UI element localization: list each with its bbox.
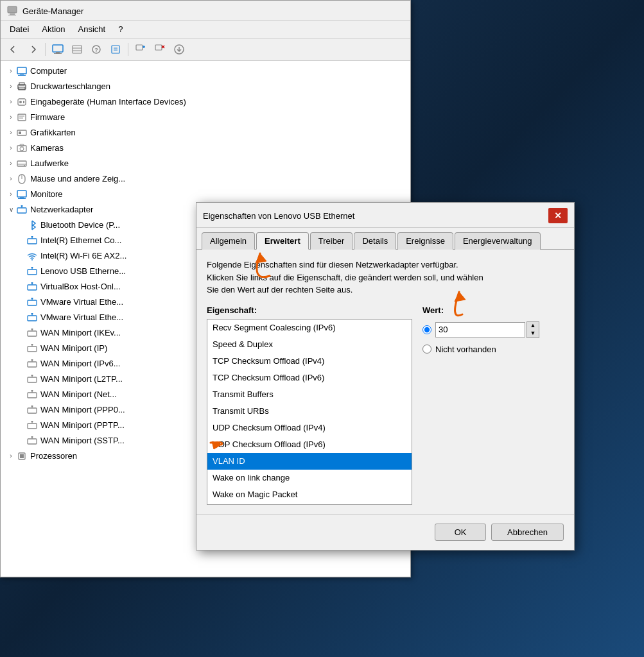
tab-details[interactable]: Details: [354, 232, 396, 250]
menu-datei[interactable]: Datei: [4, 22, 34, 36]
tree-item-printer[interactable]: › Druckwarteschlangen: [1, 79, 410, 94]
menu-bar: Datei Aktion Ansicht ?: [1, 21, 410, 38]
svg-rect-42: [20, 197, 24, 198]
spin-up-button[interactable]: ▲: [527, 322, 539, 330]
svg-rect-0: [8, 6, 17, 13]
tree-item-computer[interactable]: › Computer: [1, 64, 410, 79]
tab-allgemein[interactable]: Allgemein: [202, 232, 255, 250]
tab-treiber[interactable]: Treiber: [310, 232, 353, 250]
download-button[interactable]: [170, 41, 188, 58]
svg-point-59: [31, 298, 33, 300]
tab-energie[interactable]: Energieverwaltung: [455, 232, 541, 250]
properties-dialog: Eigenschaften von Lenovo USB Ethernet ✕ …: [196, 202, 575, 550]
tree-item-firmware[interactable]: › Firmware: [1, 110, 410, 125]
svg-point-68: [31, 344, 33, 346]
tree-label-printer: Druckwarteschlangen: [30, 80, 110, 93]
tree-item-camera[interactable]: › Kameras: [1, 141, 410, 156]
svg-rect-11: [112, 46, 119, 53]
monitor-icon: [16, 65, 28, 77]
svg-rect-44: [17, 208, 26, 213]
tree-item-gpu[interactable]: › Grafikkarten: [1, 125, 410, 141]
window-title: Geräte-Manager: [22, 6, 83, 16]
prop-tcp-ipv6[interactable]: TCP Checksum Offload (IPv6): [207, 370, 412, 386]
expand-icon[interactable]: ›: [6, 126, 16, 139]
prop-udp-ipv4[interactable]: UDP Checksum Offload (IPv4): [207, 420, 412, 436]
expand-icon[interactable]: ›: [6, 96, 16, 108]
prop-udp-ipv6[interactable]: UDP Checksum Offload (IPv6): [207, 436, 412, 453]
expand-icon[interactable]: ›: [6, 157, 16, 170]
menu-help[interactable]: ?: [113, 22, 128, 36]
forward-button[interactable]: [24, 41, 42, 58]
svg-point-34: [20, 147, 24, 151]
radio-value[interactable]: [422, 325, 431, 334]
svg-point-86: [31, 436, 33, 438]
svg-rect-84: [28, 439, 37, 444]
help-button[interactable]: ?: [87, 41, 105, 58]
expand-icon[interactable]: ›: [6, 450, 16, 463]
svg-point-62: [31, 313, 33, 315]
tree-label-monitor: Monitore: [30, 188, 63, 201]
prop-transmit-buffers[interactable]: Transmit Buffers: [207, 386, 412, 403]
tab-erweitert[interactable]: Erweitert: [256, 232, 309, 250]
tree-item-hid[interactable]: › Eingabegeräte (Human Interface Devices…: [1, 94, 410, 110]
svg-rect-54: [28, 285, 37, 290]
tab-ereignisse[interactable]: Ereignisse: [397, 232, 453, 250]
ok-button[interactable]: OK: [435, 524, 486, 541]
expand-icon[interactable]: ›: [6, 65, 16, 78]
prop-speed-duplex[interactable]: Speed & Duplex: [207, 336, 412, 353]
tree-item-drive[interactable]: › Laufwerke: [1, 156, 410, 171]
wan-ip-icon: [26, 343, 38, 354]
tree-label-firmware: Firmware: [30, 111, 65, 124]
property-section: Eigenschaft: Recv Segment Coalescing (IP…: [207, 305, 412, 505]
tree-label-wan-pppo: WAN Miniport (PPP0...: [40, 404, 125, 416]
property-list[interactable]: Recv Segment Coalescing (IPv6) Speed & D…: [207, 319, 412, 505]
svg-rect-51: [28, 269, 37, 275]
back-button[interactable]: [4, 41, 22, 58]
tree-label-mouse: Mäuse und andere Zeig...: [30, 173, 125, 185]
prop-transmit-urbs[interactable]: Transmit URBs: [207, 403, 412, 420]
cpu-icon: [16, 450, 28, 462]
value-input[interactable]: 30: [435, 322, 525, 337]
spin-down-button[interactable]: ▼: [527, 330, 539, 337]
expand-icon[interactable]: ›: [6, 80, 16, 93]
expand-icon[interactable]: ›: [6, 188, 16, 201]
menu-ansicht[interactable]: Ansicht: [73, 22, 111, 36]
mouse-icon: [16, 173, 28, 185]
computer-button[interactable]: [49, 41, 67, 58]
expand-icon[interactable]: ›: [6, 142, 16, 155]
prop-recv-coalescing[interactable]: Recv Segment Coalescing (IPv6): [207, 320, 412, 336]
svg-rect-57: [28, 300, 37, 305]
prop-tcp-ipv4[interactable]: TCP Checksum Offload (IPv4): [207, 353, 412, 370]
radio-notavailable[interactable]: [422, 345, 431, 354]
tree-item-mouse[interactable]: › Mäuse und andere Zeig...: [1, 171, 410, 187]
svg-point-26: [19, 101, 22, 103]
value-label: Wert:: [422, 305, 564, 315]
list-button[interactable]: [68, 41, 86, 58]
disable-button[interactable]: [151, 41, 169, 58]
prop-wake-pattern[interactable]: Wake on pattern match: [207, 503, 412, 505]
svg-point-74: [31, 375, 33, 377]
prop-wake-magic[interactable]: Wake on Magic Packet: [207, 486, 412, 503]
tree-label-wan-ipv6: WAN Miniport (IPv6...: [40, 357, 120, 370]
cancel-button[interactable]: Abbrechen: [491, 524, 564, 541]
menu-aktion[interactable]: Aktion: [37, 22, 70, 36]
update-button[interactable]: [132, 41, 150, 58]
tree-item-monitor[interactable]: › Monitore: [1, 187, 410, 202]
prop-vlan-id[interactable]: VLAN ID: [207, 453, 412, 470]
prop-wake-link[interactable]: Wake on link change: [207, 470, 412, 486]
svg-rect-27: [23, 101, 24, 103]
tree-label-lenovo-usb: Lenovo USB Etherne...: [40, 265, 126, 278]
svg-rect-19: [17, 67, 26, 74]
tree-label-intel-eth: Intel(R) Ethernet Co...: [40, 234, 121, 247]
svg-rect-63: [28, 331, 37, 336]
properties-button[interactable]: [107, 41, 125, 58]
radio-notavail-item: Nicht vorhanden: [422, 345, 564, 354]
svg-rect-1: [10, 13, 15, 15]
tree-label-camera: Kameras: [30, 142, 64, 155]
svg-rect-78: [28, 408, 37, 413]
dialog-close-button[interactable]: ✕: [548, 208, 568, 223]
expand-icon[interactable]: ∨: [6, 203, 16, 216]
svg-rect-3: [53, 45, 63, 52]
expand-icon[interactable]: ›: [6, 111, 16, 124]
expand-icon[interactable]: ›: [6, 173, 16, 185]
